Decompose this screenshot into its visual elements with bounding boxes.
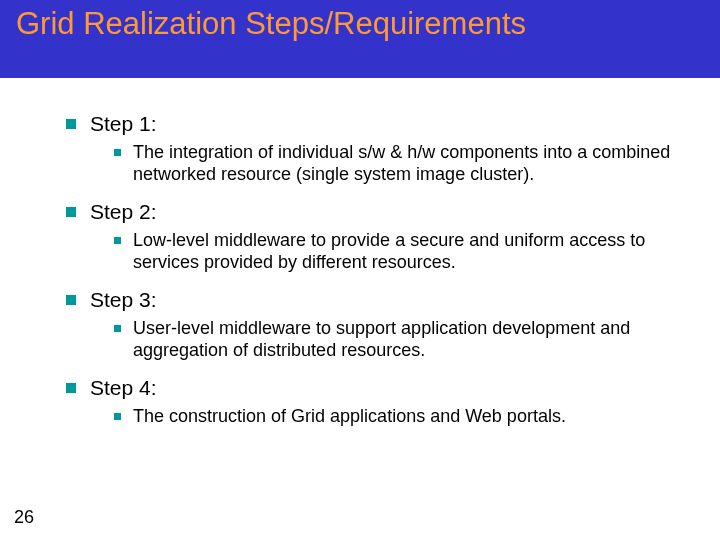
sub-list: The construction of Grid applications an… bbox=[66, 406, 680, 428]
title-band: Grid Realization Steps/Requirements bbox=[0, 0, 720, 78]
step-detail: User-level middleware to support applica… bbox=[133, 318, 680, 362]
step-heading: Step 3: bbox=[66, 288, 680, 312]
sub-list: The integration of individual s/w & h/w … bbox=[66, 142, 680, 186]
square-bullet-icon bbox=[66, 207, 76, 217]
square-bullet-small-icon bbox=[114, 413, 121, 420]
step-item: Step 3: User-level middleware to support… bbox=[66, 288, 680, 362]
page-number: 26 bbox=[14, 507, 34, 528]
sub-item: The construction of Grid applications an… bbox=[114, 406, 680, 428]
step-label: Step 1: bbox=[90, 112, 157, 136]
sub-item: Low-level middleware to provide a secure… bbox=[114, 230, 680, 274]
step-item: Step 1: The integration of individual s/… bbox=[66, 112, 680, 186]
square-bullet-icon bbox=[66, 119, 76, 129]
square-bullet-small-icon bbox=[114, 237, 121, 244]
slide-title: Grid Realization Steps/Requirements bbox=[16, 6, 704, 42]
step-item: Step 4: The construction of Grid applica… bbox=[66, 376, 680, 428]
step-item: Step 2: Low-level middleware to provide … bbox=[66, 200, 680, 274]
square-bullet-small-icon bbox=[114, 149, 121, 156]
step-label: Step 2: bbox=[90, 200, 157, 224]
step-heading: Step 4: bbox=[66, 376, 680, 400]
step-detail: The construction of Grid applications an… bbox=[133, 406, 566, 428]
square-bullet-icon bbox=[66, 295, 76, 305]
step-detail: The integration of individual s/w & h/w … bbox=[133, 142, 680, 186]
sub-list: Low-level middleware to provide a secure… bbox=[66, 230, 680, 274]
square-bullet-icon bbox=[66, 383, 76, 393]
sub-item: The integration of individual s/w & h/w … bbox=[114, 142, 680, 186]
step-heading: Step 1: bbox=[66, 112, 680, 136]
step-list: Step 1: The integration of individual s/… bbox=[66, 112, 680, 428]
step-label: Step 3: bbox=[90, 288, 157, 312]
step-heading: Step 2: bbox=[66, 200, 680, 224]
sub-item: User-level middleware to support applica… bbox=[114, 318, 680, 362]
step-label: Step 4: bbox=[90, 376, 157, 400]
sub-list: User-level middleware to support applica… bbox=[66, 318, 680, 362]
square-bullet-small-icon bbox=[114, 325, 121, 332]
step-detail: Low-level middleware to provide a secure… bbox=[133, 230, 680, 274]
content-area: Step 1: The integration of individual s/… bbox=[0, 78, 720, 428]
